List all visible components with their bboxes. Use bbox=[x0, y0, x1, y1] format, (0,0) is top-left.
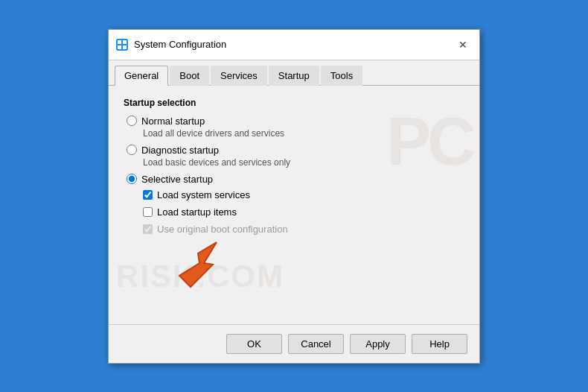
title-bar-text: System Configuration bbox=[134, 39, 454, 50]
load-system-row: Load system services bbox=[143, 189, 464, 200]
selective-startup-label[interactable]: Selective startup bbox=[141, 174, 213, 185]
app-icon bbox=[116, 39, 128, 51]
group-label: Startup selection bbox=[124, 98, 464, 108]
normal-startup-group: Normal startup Load all device drivers a… bbox=[124, 116, 464, 139]
tab-startup[interactable]: Startup bbox=[269, 66, 319, 86]
ok-button[interactable]: OK bbox=[226, 334, 282, 354]
svg-rect-1 bbox=[118, 40, 121, 44]
use-original-label: Use original boot configuration bbox=[157, 224, 288, 235]
load-system-label[interactable]: Load system services bbox=[157, 189, 250, 200]
use-original-checkbox[interactable] bbox=[143, 224, 153, 234]
diagnostic-startup-sub: Load basic devices and services only bbox=[127, 157, 464, 168]
svg-rect-4 bbox=[123, 45, 127, 49]
content-area: PC RISK.COM Startup selection Normal sta… bbox=[109, 86, 479, 324]
tab-bar: General Boot Services Startup Tools bbox=[109, 60, 479, 86]
svg-rect-3 bbox=[118, 45, 121, 49]
use-original-row: Use original boot configuration bbox=[143, 224, 464, 235]
normal-startup-label[interactable]: Normal startup bbox=[141, 116, 205, 127]
diagnostic-startup-group: Diagnostic startup Load basic devices an… bbox=[124, 145, 464, 168]
tab-boot[interactable]: Boot bbox=[170, 66, 209, 86]
diagnostic-startup-label[interactable]: Diagnostic startup bbox=[141, 145, 219, 156]
svg-rect-2 bbox=[123, 40, 127, 44]
tab-general[interactable]: General bbox=[115, 66, 168, 86]
close-button[interactable]: ✕ bbox=[454, 36, 472, 54]
load-startup-row: Load startup items bbox=[143, 206, 464, 218]
selective-startup-group: Selective startup Load system services L… bbox=[124, 174, 464, 235]
tab-services[interactable]: Services bbox=[211, 66, 267, 86]
tab-tools[interactable]: Tools bbox=[321, 66, 362, 86]
cancel-button[interactable]: Cancel bbox=[288, 334, 344, 354]
diagnostic-startup-radio[interactable] bbox=[127, 145, 137, 155]
help-button[interactable]: Help bbox=[412, 334, 467, 354]
apply-button[interactable]: Apply bbox=[350, 334, 406, 354]
load-system-checkbox[interactable] bbox=[143, 190, 153, 200]
normal-startup-radio[interactable] bbox=[127, 116, 137, 126]
watermark-risk: RISK.COM bbox=[116, 259, 284, 294]
load-startup-checkbox[interactable] bbox=[143, 207, 153, 217]
load-startup-label[interactable]: Load startup items bbox=[157, 206, 237, 218]
normal-startup-sub: Load all device drivers and services bbox=[127, 128, 464, 139]
selective-options: Load system services Load startup items … bbox=[127, 189, 464, 235]
selective-startup-radio[interactable] bbox=[127, 174, 137, 184]
title-bar: System Configuration ✕ bbox=[109, 30, 479, 60]
footer: OK Cancel Apply Help bbox=[109, 324, 479, 363]
svg-marker-5 bbox=[179, 242, 217, 287]
system-config-dialog: System Configuration ✕ General Boot Serv… bbox=[108, 29, 480, 364]
